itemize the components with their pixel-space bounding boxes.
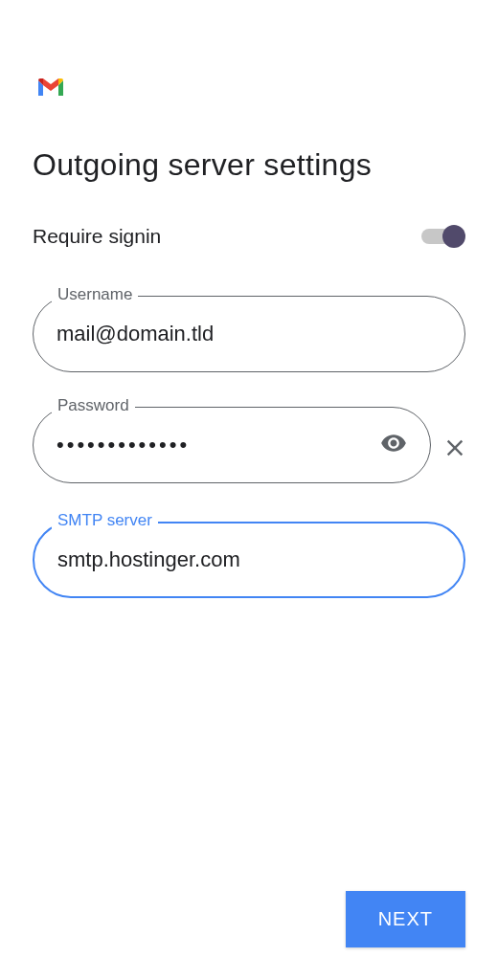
smtp-label: SMTP server bbox=[52, 511, 158, 530]
clear-password-icon[interactable] bbox=[444, 435, 465, 465]
password-label: Password bbox=[52, 396, 135, 415]
require-signin-toggle[interactable] bbox=[421, 225, 465, 248]
show-password-icon[interactable] bbox=[380, 430, 407, 460]
require-signin-label: Require signin bbox=[33, 225, 161, 248]
page-title: Outgoing server settings bbox=[33, 147, 465, 183]
smtp-field[interactable] bbox=[33, 522, 465, 598]
username-label: Username bbox=[52, 285, 138, 304]
next-button[interactable]: NEXT bbox=[346, 891, 465, 947]
password-input[interactable]: ••••••••••••• bbox=[57, 433, 380, 457]
username-input[interactable] bbox=[57, 322, 441, 346]
username-field[interactable] bbox=[33, 296, 465, 372]
gmail-logo-icon bbox=[36, 77, 465, 101]
smtp-input[interactable] bbox=[57, 547, 441, 572]
password-field[interactable]: ••••••••••••• bbox=[33, 407, 431, 483]
